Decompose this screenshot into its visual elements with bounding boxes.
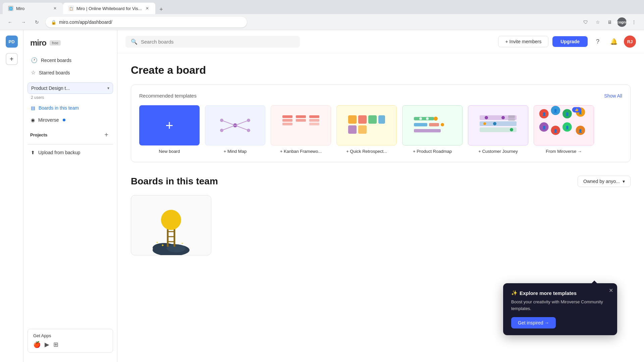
template-new-board[interactable]: + New board <box>139 105 200 154</box>
free-badge: free <box>50 40 61 46</box>
svg-point-29 <box>426 117 429 120</box>
board-card[interactable]: ✦ ✦ ✦ <box>131 195 211 255</box>
team-header[interactable]: Product Design t... ▾ <box>28 82 113 94</box>
get-inspired-button[interactable]: Get inspired → <box>511 317 556 328</box>
svg-rect-12 <box>296 115 306 118</box>
tooltip-text: Boost your creativity with Miroverse Com… <box>511 299 609 312</box>
sidebar-item-recent[interactable]: 🕐 Recent boards <box>28 54 113 66</box>
apple-icon[interactable]: 🍎 <box>33 341 41 348</box>
svg-point-2 <box>220 119 223 122</box>
tab-close-1[interactable]: ✕ <box>52 6 58 11</box>
svg-point-28 <box>419 117 422 120</box>
board-illustration: ✦ ✦ ✦ <box>138 195 205 255</box>
boards-section: Boards in this team Owned by anyo... ▾ <box>131 176 631 255</box>
avatar-pd[interactable]: PD <box>6 36 18 48</box>
svg-rect-17 <box>348 115 357 124</box>
svg-rect-39 <box>508 115 515 118</box>
svg-rect-9 <box>282 115 292 118</box>
desktop-icon[interactable]: 🖥 <box>605 17 614 27</box>
boards-title: Boards in this team <box>131 176 218 187</box>
projects-label: Projects <box>30 132 47 137</box>
search-input[interactable] <box>141 39 294 45</box>
boards-icon: ▤ <box>31 105 35 111</box>
owned-by-dropdown[interactable]: Owned by anyo... ▾ <box>578 176 631 187</box>
back-button[interactable]: ← <box>5 17 15 27</box>
shield-icon[interactable]: 🛡 <box>581 17 590 27</box>
svg-text:👤: 👤 <box>565 125 570 130</box>
tab-bar: 🌐 Miro ✕ 📋 Miro | Online Whiteboard for … <box>0 0 644 14</box>
template-miroverse[interactable]: 👤 👤 👤 👤 👤 👤 <box>534 105 594 154</box>
page-title: Create a board <box>131 64 631 76</box>
help-button[interactable]: ? <box>592 36 604 48</box>
templates-grid: + New board <box>139 105 622 154</box>
upgrade-button[interactable]: Upgrade <box>552 36 588 47</box>
template-kanban[interactable]: + Kanban Framewo... <box>271 105 331 154</box>
windows-icon[interactable]: ⊞ <box>53 341 58 348</box>
sidebar-item-upload[interactable]: ⬆ Upload from backup <box>28 147 113 158</box>
template-label-miroverse: From Miroverse → <box>546 149 582 154</box>
svg-rect-10 <box>282 119 292 122</box>
template-journey[interactable]: + Customer Journey <box>468 105 528 154</box>
svg-rect-25 <box>414 123 427 126</box>
template-thumb-kanban <box>271 105 331 145</box>
svg-rect-20 <box>378 115 385 124</box>
sidebar-item-starred[interactable]: ☆ Starred boards <box>28 67 113 78</box>
svg-point-35 <box>493 122 496 125</box>
new-tab-button[interactable]: + <box>157 5 166 14</box>
address-text: miro.com/app/dashboard/ <box>59 19 112 25</box>
tooltip-title: ✨ Explore more templates <box>511 290 609 296</box>
tab-favicon-1: 🌐 <box>8 6 13 11</box>
svg-rect-22 <box>358 125 367 134</box>
templates-section: Recommended templates Show All + New boa… <box>131 84 631 162</box>
svg-point-6 <box>220 129 223 132</box>
tab-title-1: Miro <box>16 6 50 11</box>
invite-members-button[interactable]: + Invite members <box>498 36 548 47</box>
kanban-svg <box>281 114 321 137</box>
svg-rect-27 <box>414 129 441 132</box>
show-all-link[interactable]: Show All <box>604 93 622 99</box>
template-label-journey: + Customer Journey <box>478 149 518 154</box>
retro-svg <box>346 114 387 137</box>
template-retro[interactable]: + Quick Retrospect... <box>336 105 397 154</box>
board-empty-svg: ✦ ✦ ✦ <box>138 201 205 255</box>
chevron-down-icon: ▾ <box>107 86 109 90</box>
address-input[interactable]: 🔒 miro.com/app/dashboard/ <box>46 17 247 27</box>
menu-icon[interactable]: ⋮ <box>629 17 639 27</box>
owned-by-text: Owned by anyo... <box>583 179 620 184</box>
sidebar-item-boards-in-team[interactable]: ▤ Boards in this team <box>28 103 113 113</box>
notifications-button[interactable]: 🔔 <box>608 36 620 48</box>
get-apps-box: Get Apps 🍎 ▶ ⊞ <box>28 329 113 353</box>
create-button[interactable]: + <box>6 53 18 65</box>
svg-rect-19 <box>368 115 377 124</box>
svg-line-5 <box>222 125 235 130</box>
team-users: 2 users <box>28 94 113 101</box>
templates-header: Recommended templates Show All <box>139 93 622 99</box>
svg-rect-16 <box>309 123 319 125</box>
mind-map-svg <box>215 115 255 135</box>
notification-dot <box>63 119 65 121</box>
sidebar-item-miroverse[interactable]: ◉ Miroverse <box>28 115 113 125</box>
tab-close-2[interactable]: ✕ <box>145 6 150 11</box>
svg-rect-15 <box>309 119 319 122</box>
svg-text:👍: 👍 <box>575 108 579 112</box>
upload-icon: ⬆ <box>31 150 35 155</box>
miro-logo: miro <box>30 38 46 48</box>
bookmark-icon[interactable]: ☆ <box>593 17 602 27</box>
svg-point-72 <box>161 210 181 230</box>
tooltip-close-button[interactable]: ✕ <box>609 287 613 294</box>
template-mind-map[interactable]: + Mind Map <box>205 105 265 154</box>
sidebar-item-starred-label: Starred boards <box>39 70 70 75</box>
tab-1[interactable]: 🌐 Miro ✕ <box>3 3 63 14</box>
profile-button[interactable]: Incognito <box>617 17 627 27</box>
add-project-button[interactable]: + <box>102 131 110 139</box>
android-icon[interactable]: ▶ <box>45 341 49 348</box>
reload-button[interactable]: ↻ <box>32 17 42 27</box>
sidebar-nav: 🕐 Recent boards ☆ Starred boards <box>23 54 117 78</box>
address-bar: ← → ↻ 🔒 miro.com/app/dashboard/ 🛡 ☆ 🖥 In… <box>0 14 644 30</box>
user-avatar[interactable]: RJ <box>624 36 636 48</box>
miroverse-svg: 👤 👤 👤 👤 👤 👤 <box>534 105 594 145</box>
forward-button[interactable]: → <box>19 17 28 27</box>
divider <box>28 144 113 144</box>
tab-2[interactable]: 📋 Miro | Online Whiteboard for Vis... ✕ <box>63 3 155 14</box>
template-roadmap[interactable]: + Product Roadmap <box>402 105 463 154</box>
